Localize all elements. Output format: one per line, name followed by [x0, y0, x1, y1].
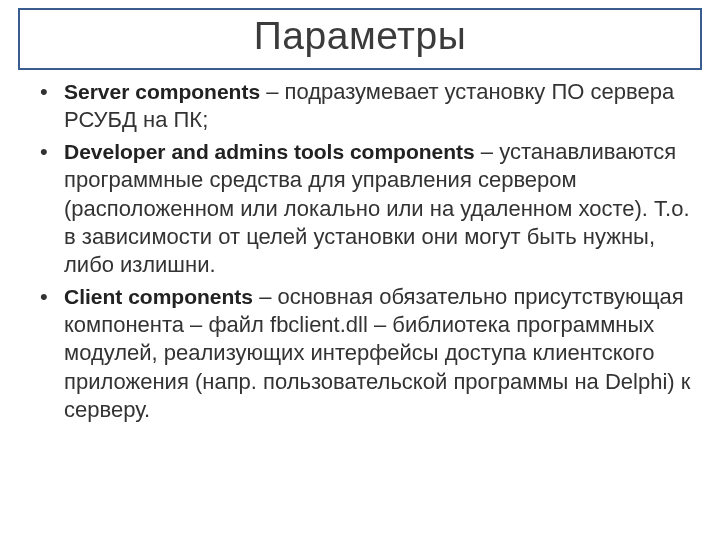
- bullet-bold: Developer and admins tools components: [64, 140, 475, 163]
- slide-title: Параметры: [20, 14, 700, 58]
- bullet-list: Server components – подразумевает устано…: [18, 78, 702, 424]
- title-box: Параметры: [18, 8, 702, 70]
- slide: Параметры Server components – подразумев…: [0, 0, 720, 540]
- bullet-bold: Client components: [64, 285, 253, 308]
- bullet-bold: Server components: [64, 80, 260, 103]
- list-item: Server components – подразумевает устано…: [48, 78, 696, 134]
- list-item: Developer and admins tools components – …: [48, 138, 696, 279]
- list-item: Client components – основная обязательно…: [48, 283, 696, 424]
